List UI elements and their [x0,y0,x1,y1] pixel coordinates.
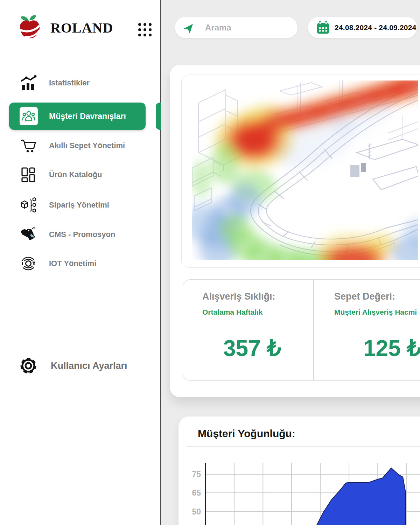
calendar-icon [316,21,330,34]
sidebar-item-label: Istatistikler [49,78,90,88]
stat-value-basket-value: 125 ₺ [363,335,420,361]
sidebar-item-cms-promosyon[interactable]: % CMS - Promosyon [0,221,161,248]
brand-title: ROLAND [50,20,113,36]
customer-density-area-chart: 756550 [175,451,420,525]
active-edge-indicator [156,103,161,130]
svg-text:75: 75 [192,470,201,479]
sidebar-item-urun-katalogu[interactable]: Ürün Kataloğu [0,161,161,188]
search-input[interactable] [205,23,289,33]
store-heatmap-card[interactable] [181,75,420,268]
iot-icon [20,255,37,272]
sidebar-item-akilli-sepet[interactable]: Akıllı Sepet Yönetimi [0,132,161,159]
stat-subtitle-customer-volume: Müşteri Alışveriş Hacmi [334,308,417,316]
cart-icon [20,137,37,154]
dashboard-root: { "app": { "accent_green": "#1e9b63", "b… [0,0,420,525]
sidebar-item-musteri-davranislari[interactable]: Müşteri Davranışları [9,103,146,130]
stat-value-shopping-frequency: 357 ₺ [223,335,281,361]
bar-chart-icon [20,74,37,92]
sidebar-item-label: Ürün Kataloğu [49,170,102,179]
apps-grid-icon[interactable] [137,22,153,38]
density-chart-divider [187,447,420,447]
search-bar[interactable] [175,17,298,38]
stats-divider [313,280,314,380]
sidebar-item-label: Sipariş Yönetimi [49,201,109,210]
order-boxes-icon [20,196,37,214]
sidebar-item-siparis-yonetimi[interactable]: Sipariş Yönetimi [0,191,161,219]
store-floor-heatmap [192,80,418,260]
density-chart-title: Müşteri Yoğunluğu: [198,428,295,440]
date-range-picker[interactable]: 24.08.2024 - 24.09.2024 [308,17,417,38]
wireframe-counter-equipment [350,163,366,177]
navigation-arrow-icon [184,22,195,33]
gear-icon [19,356,38,375]
sidebar-item-label: Müşteri Davranışları [49,112,126,121]
sidebar: ROLAND Istatistikler [0,0,161,525]
apple-logo-icon [18,14,41,41]
logo-row: ROLAND [18,15,113,41]
date-range-value: 24.08.2024 - 24.09.2024 [335,23,416,32]
customers-group-icon [20,107,38,125]
sidebar-item-iot-yonetimi[interactable]: IOT Yönetimi [0,250,161,277]
promo-tags-icon: % [20,226,37,243]
sidebar-item-label: Akıllı Sepet Yönetimi [49,141,125,150]
catalog-grid-icon [20,166,37,183]
stat-title-basket-value: Sepet Değeri: [334,291,395,302]
sidebar-item-istatistikler[interactable]: Istatistikler [0,69,161,97]
svg-text:50: 50 [192,507,201,516]
svg-text:65: 65 [192,488,201,497]
sidebar-item-label: IOT Yönetimi [49,259,96,268]
stat-title-shopping-frequency: Alışveriş Sıklığı: [202,291,275,302]
sidebar-item-label: CMS - Promosyon [49,230,115,239]
stat-subtitle-weekly-average: Ortalama Haftalık [202,308,263,316]
sidebar-item-label: Kullanıcı Ayarları [51,360,127,371]
sidebar-item-kullanici-ayarlari[interactable]: Kullanıcı Ayarları [0,352,161,379]
